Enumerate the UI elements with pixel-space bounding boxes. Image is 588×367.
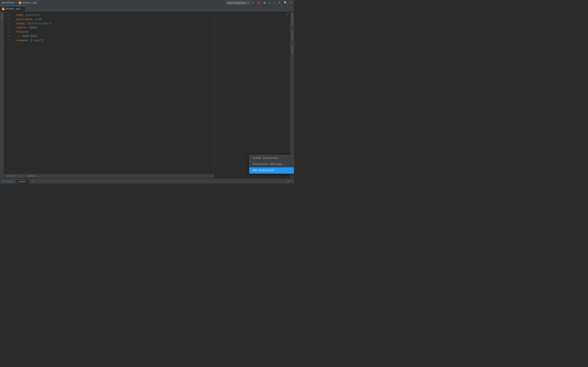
stop-icon[interactable]: ⏹ [263,1,267,5]
code-line-4: remote: 22000 [16,26,214,30]
add-configuration-button[interactable]: Add Configuration... [226,1,250,5]
terminal-label: Terminal: [2,180,15,183]
editor-tab-bar: Y okteto.yml ✕ [0,6,294,12]
dropdown-add-interpreter[interactable]: Add Interpreter... [249,167,294,174]
line-num-4: 4 [4,26,9,30]
interpreter-dropdown: Python Interpreter Interpreter Settings.… [249,155,294,174]
title-bar-left: guestbook › Y okteto.yml [2,1,224,4]
code-line-1: name: guestbook [16,13,214,17]
terminal-tab-close[interactable]: ✕ [26,180,27,183]
breadcrumb-sep: › [16,1,17,4]
add-terminal-button[interactable]: + [31,180,34,183]
dropdown-icon[interactable]: ▾ [273,1,276,5]
code-line-6: - 8080:8080 [16,34,214,39]
sidebar-database[interactable]: Database [291,31,294,41]
search-icon[interactable]: 🔍 [283,1,288,5]
terminal-settings-icon[interactable]: ⚙ [287,180,289,183]
tab-label: okteto.yml [6,8,20,10]
terminal-tab-right: ⚙ − [287,180,292,183]
code-line-2: autocreate: true [16,17,214,22]
code-line-3: image: okteto/python:3 [16,22,214,26]
tab-okteto-yml[interactable]: Y okteto.yml ✕ [0,6,25,12]
line-numbers: 1 2 3 4 5 6 7 [4,12,11,174]
code-line-7: command: ["bash"] [16,39,214,43]
main-layout: Project 1 2 3 4 5 6 7 ▾ ▾ name: guestboo… [0,12,294,178]
title-bar-right: Add Configuration... ▶ 🐞 ⏹ ↻ ▾ ⏸ 🔍 ⚙ [226,1,292,5]
breadcrumb-arrow: › [24,175,25,177]
editor-area: 1 2 3 4 5 6 7 ▾ ▾ name: guestbook autocr… [4,12,214,178]
editor-content: 1 2 3 4 5 6 7 ▾ ▾ name: guestbook autocr… [4,12,214,174]
breadcrumb-file[interactable]: okteto.yml [22,1,37,4]
pause-icon[interactable]: ⏸ [277,1,282,5]
yaml-file-icon: Y [19,2,21,4]
right-panel: ✓ [214,12,290,178]
sidebar-remote-host[interactable]: Remote Host [291,13,294,26]
terminal-local-tab[interactable]: Local ✕ [17,180,29,184]
settings-icon[interactable]: ⚙ [290,1,292,5]
line-num-1: 1 [4,13,9,17]
sidebar-sciview[interactable]: SciView [291,45,294,55]
terminal-area: Terminal: Local ✕ + ⚙ − ✓ Persistent vol… [0,178,294,184]
fold-icon-5[interactable]: ▾ [12,27,13,29]
breadcrumb-guestbook[interactable]: guestbook [2,1,15,4]
right-sidebar: Remote Host Database SciView [290,12,294,178]
title-bar: guestbook › Y okteto.yml Add Configurati… [0,0,294,6]
left-sidebar: Project [0,12,4,178]
line-num-3: 3 [4,22,9,26]
sync-checkmark: ✓ [287,13,289,17]
line-num-2: 2 [4,17,9,22]
terminal-tab-bar: Terminal: Local ✕ + ⚙ − [0,179,294,184]
fold-gutter: ▾ ▾ [11,12,14,174]
terminal-minimize-icon[interactable]: − [291,180,292,183]
line-num-5: 5 [4,30,9,34]
code-editor[interactable]: name: guestbook autocreate: true image: … [14,12,214,174]
fold-icon-6[interactable]: ▾ [12,31,13,33]
code-line-5: forward: [16,30,214,34]
dropdown-python-interpreter[interactable]: Python Interpreter [249,155,294,161]
breadcrumb-section: command: [26,175,37,177]
line-num-6: 6 [4,34,9,39]
terminal-tab-label: Local [18,180,26,183]
tab-close-button[interactable]: ✕ [21,8,22,10]
tab-file-icon: Y [2,8,4,10]
line-num-7: 7 [4,39,9,43]
dropdown-interpreter-settings[interactable]: Interpreter Settings... [249,161,294,167]
rerun-icon[interactable]: ↻ [268,1,271,5]
debug-icon[interactable]: 🐞 [256,1,261,5]
editor-breadcrumb-bar: Document 1/1 › command: [4,174,214,178]
sidebar-project-label[interactable]: Project [1,13,3,22]
breadcrumb-doc: Document 1/1 [6,175,22,177]
run-icon[interactable]: ▶ [251,1,254,5]
